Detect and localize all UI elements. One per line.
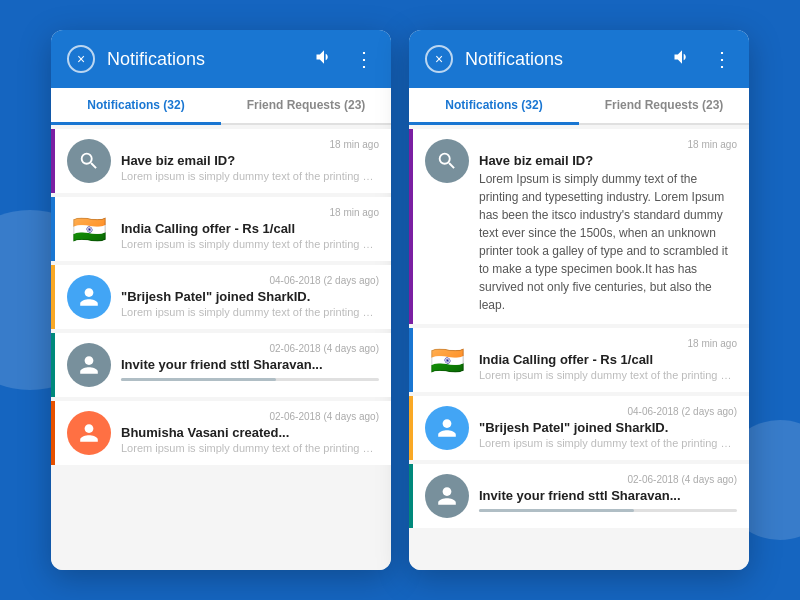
tabs-container: Notifications (32)Friend Requests (23) [51, 88, 391, 125]
notification-time: 02-06-2018 (4 days ago) [479, 474, 737, 485]
notification-avatar [67, 411, 111, 455]
notification-title: Invite your friend sttl Sharavan... [479, 488, 737, 503]
notification-item[interactable]: 02-06-2018 (4 days ago)Bhumisha Vasani c… [51, 401, 391, 465]
notification-item[interactable]: 02-06-2018 (4 days ago)Invite your frien… [51, 333, 391, 397]
notification-body: Lorem ipsum is simply dummy text of the … [479, 369, 737, 381]
notification-content: 18 min agoHave biz email ID?Lorem ipsum … [121, 139, 379, 182]
notification-content: 02-06-2018 (4 days ago)Bhumisha Vasani c… [121, 411, 379, 454]
notification-avatar [425, 139, 469, 183]
notification-content: 18 min agoIndia Calling offer - Rs 1/cal… [479, 338, 737, 381]
notification-body: Lorem ipsum is simply dummy text of the … [121, 170, 379, 182]
notification-item[interactable]: 18 min agoHave biz email ID?Lorem Ipsum … [409, 129, 749, 324]
notification-avatar [67, 139, 111, 183]
notification-title: Have biz email ID? [479, 153, 737, 168]
notification-time: 04-06-2018 (2 days ago) [479, 406, 737, 417]
notification-time: 18 min ago [121, 207, 379, 218]
notification-title: Have biz email ID? [121, 153, 379, 168]
notification-avatar [67, 275, 111, 319]
notification-body: Lorem ipsum is simply dummy text of the … [479, 437, 737, 449]
notification-title: India Calling offer - Rs 1/call [479, 352, 737, 367]
notification-body: Lorem ipsum is simply dummy text of the … [121, 238, 379, 250]
notification-avatar [425, 406, 469, 450]
panel-right: ×Notifications⋮Notifications (32)Friend … [409, 30, 749, 570]
notification-time: 18 min ago [121, 139, 379, 150]
panel-title: Notifications [107, 49, 302, 70]
notification-content: 18 min agoIndia Calling offer - Rs 1/cal… [121, 207, 379, 250]
notification-content: 02-06-2018 (4 days ago)Invite your frien… [479, 474, 737, 512]
notification-item[interactable]: 04-06-2018 (2 days ago)"Brijesh Patel" j… [51, 265, 391, 329]
notification-item[interactable]: 🇮🇳18 min agoIndia Calling offer - Rs 1/c… [409, 328, 749, 392]
tab-1[interactable]: Friend Requests (23) [221, 88, 391, 125]
notification-avatar [67, 343, 111, 387]
notification-avatar [425, 474, 469, 518]
notification-content: 04-06-2018 (2 days ago)"Brijesh Patel" j… [479, 406, 737, 449]
notification-title: Bhumisha Vasani created... [121, 425, 379, 440]
notification-title: "Brijesh Patel" joined SharkID. [121, 289, 379, 304]
notification-content: 04-06-2018 (2 days ago)"Brijesh Patel" j… [121, 275, 379, 318]
notification-title: "Brijesh Patel" joined SharkID. [479, 420, 737, 435]
close-button[interactable]: × [425, 45, 453, 73]
notification-progress [121, 378, 379, 381]
notification-title: India Calling offer - Rs 1/call [121, 221, 379, 236]
notification-body: Lorem ipsum is simply dummy text of the … [121, 306, 379, 318]
menu-icon[interactable]: ⋮ [712, 47, 733, 71]
notifications-list: 18 min agoHave biz email ID?Lorem ipsum … [51, 125, 391, 570]
panel-left: ×Notifications⋮Notifications (32)Friend … [51, 30, 391, 570]
notification-item[interactable]: 04-06-2018 (2 days ago)"Brijesh Patel" j… [409, 396, 749, 460]
panel-header: ×Notifications⋮ [51, 30, 391, 88]
tabs-container: Notifications (32)Friend Requests (23) [409, 88, 749, 125]
notification-time: 02-06-2018 (4 days ago) [121, 411, 379, 422]
notification-avatar: 🇮🇳 [425, 338, 469, 382]
notification-item[interactable]: 02-06-2018 (4 days ago)Invite your frien… [409, 464, 749, 528]
panel-title: Notifications [465, 49, 660, 70]
notification-time: 18 min ago [479, 139, 737, 150]
close-button[interactable]: × [67, 45, 95, 73]
tab-0[interactable]: Notifications (32) [51, 88, 221, 125]
panel-header: ×Notifications⋮ [409, 30, 749, 88]
sound-icon[interactable] [672, 47, 692, 72]
notification-item[interactable]: 🇮🇳18 min agoIndia Calling offer - Rs 1/c… [51, 197, 391, 261]
notification-title: Invite your friend sttl Sharavan... [121, 357, 379, 372]
notification-time: 18 min ago [479, 338, 737, 349]
tab-0[interactable]: Notifications (32) [409, 88, 579, 125]
notification-progress [479, 509, 737, 512]
notification-item[interactable]: 18 min agoHave biz email ID?Lorem ipsum … [51, 129, 391, 193]
notifications-list: 18 min agoHave biz email ID?Lorem Ipsum … [409, 125, 749, 570]
notification-time: 04-06-2018 (2 days ago) [121, 275, 379, 286]
notification-body: Lorem Ipsum is simply dummy text of the … [479, 170, 737, 314]
tab-1[interactable]: Friend Requests (23) [579, 88, 749, 125]
menu-icon[interactable]: ⋮ [354, 47, 375, 71]
sound-icon[interactable] [314, 47, 334, 72]
panels-container: ×Notifications⋮Notifications (32)Friend … [51, 30, 749, 570]
notification-avatar: 🇮🇳 [67, 207, 111, 251]
notification-content: 02-06-2018 (4 days ago)Invite your frien… [121, 343, 379, 381]
notification-content: 18 min agoHave biz email ID?Lorem Ipsum … [479, 139, 737, 314]
notification-body: Lorem ipsum is simply dummy text of the … [121, 442, 379, 454]
notification-time: 02-06-2018 (4 days ago) [121, 343, 379, 354]
